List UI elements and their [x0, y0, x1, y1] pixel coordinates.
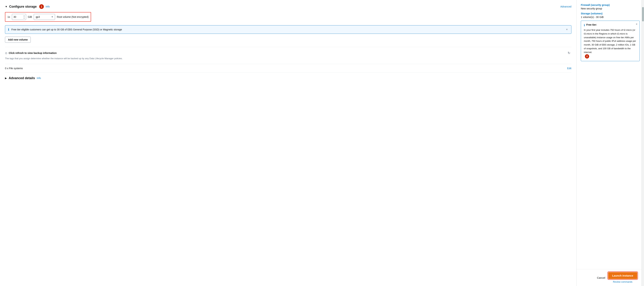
- advanced-details-section: ▶ Advanced details Info: [5, 73, 572, 80]
- backup-title-row: ⊙ Click refresh to view backup informati…: [5, 51, 57, 55]
- free-tier-close-button[interactable]: ×: [636, 23, 638, 26]
- configure-storage-title: ▼ Configure storage 1 Info: [5, 4, 50, 9]
- sidebar-panel: Firewall (security group) New security g…: [576, 0, 644, 286]
- gib-decrement-button[interactable]: ▼: [23, 17, 26, 19]
- storage-label: Storage (volumes): [581, 12, 640, 15]
- root-volume-label: Root volume (Not encrypted): [57, 16, 88, 18]
- backup-header: ⊙ Click refresh to view backup informati…: [5, 51, 572, 55]
- info-circle-icon: ℹ: [8, 28, 9, 32]
- bottom-bar: Cancel Launch instance Review commands: [576, 269, 642, 286]
- configure-storage-header: ▼ Configure storage 1 Info Advanced: [5, 4, 572, 9]
- free-tier-box: ℹ Free tier: × In your first year includ…: [581, 21, 640, 61]
- firewall-value: New security group: [581, 7, 640, 10]
- firewall-label: Firewall (security group): [581, 4, 640, 7]
- configure-storage-info-link[interactable]: Info: [46, 5, 50, 8]
- bottom-actions: Launch instance Review commands: [608, 272, 637, 283]
- add-volume-button[interactable]: Add new volume: [5, 37, 31, 43]
- advanced-details-title: Advanced details: [9, 76, 35, 80]
- multiplier-label: 1x: [8, 16, 10, 18]
- advanced-details-collapse-icon[interactable]: ▶: [5, 77, 7, 79]
- storage-row: 1x ▲ ▼ GiB gp3 gp2 io1 io2 st1 sc1 stand…: [5, 12, 91, 22]
- backup-section: ⊙ Click refresh to view backup informati…: [5, 47, 572, 60]
- gib-input-wrapper: ▲ ▼: [12, 14, 26, 20]
- sidebar-content: Firewall (security group) New security g…: [581, 4, 640, 282]
- sidebar-storage-entry: Storage (volumes) 1 volume(s) - 30 GiB: [581, 12, 640, 19]
- gib-increment-button[interactable]: ▲: [23, 15, 26, 17]
- free-tier-info-icon: ℹ: [584, 24, 585, 27]
- advanced-details-info-link[interactable]: Info: [37, 77, 41, 79]
- file-systems-label: 0 x File systems: [5, 67, 23, 70]
- collapse-arrow-icon[interactable]: ▼: [5, 5, 8, 8]
- cancel-button[interactable]: Cancel: [597, 276, 605, 279]
- gib-unit-label: GiB: [28, 16, 32, 18]
- step-badge-1: 1: [39, 4, 44, 9]
- advanced-link[interactable]: Advanced: [560, 5, 572, 8]
- refresh-button[interactable]: ↻: [566, 51, 572, 55]
- backup-title: Click refresh to view backup information: [9, 52, 57, 54]
- info-banner-close-button[interactable]: ×: [565, 28, 568, 31]
- free-tier-info-banner: ℹ Free tier eligible customers can get u…: [5, 25, 572, 34]
- advanced-details-header: ▶ Advanced details Info: [5, 76, 572, 80]
- review-commands-link[interactable]: Review commands: [613, 280, 632, 283]
- edit-file-systems-link[interactable]: Edit: [567, 67, 572, 70]
- info-banner-text: Free tier eligible customers can get up …: [11, 28, 563, 31]
- sidebar-firewall-entry: Firewall (security group) New security g…: [581, 4, 640, 10]
- sidebar-scrollbar[interactable]: [642, 0, 644, 286]
- free-tier-text: In your first year includes 750 hours of…: [584, 28, 637, 54]
- free-tier-header: ℹ Free tier:: [584, 23, 637, 27]
- spinner-buttons: ▲ ▼: [23, 15, 26, 19]
- storage-value: 1 volume(s) - 30 GiB: [581, 16, 640, 19]
- refresh-circle-icon: ⊙: [5, 51, 7, 55]
- step-badge-2: 2: [585, 54, 589, 59]
- scrollbar-thumb: [642, 7, 644, 21]
- launch-instance-button[interactable]: Launch instance: [608, 272, 637, 279]
- free-tier-title: Free tier:: [586, 23, 597, 26]
- main-panel: ▼ Configure storage 1 Info Advanced 1x ▲…: [0, 0, 576, 286]
- configure-storage-label: Configure storage: [9, 5, 37, 9]
- backup-description: The tags that you assign determine wheth…: [5, 57, 572, 60]
- volume-type-select[interactable]: gp3 gp2 io1 io2 st1 sc1 standard: [34, 14, 55, 20]
- file-systems-row: 0 x File systems Edit: [5, 64, 572, 73]
- volume-type-select-wrapper: gp3 gp2 io1 io2 st1 sc1 standard ▼: [34, 14, 55, 20]
